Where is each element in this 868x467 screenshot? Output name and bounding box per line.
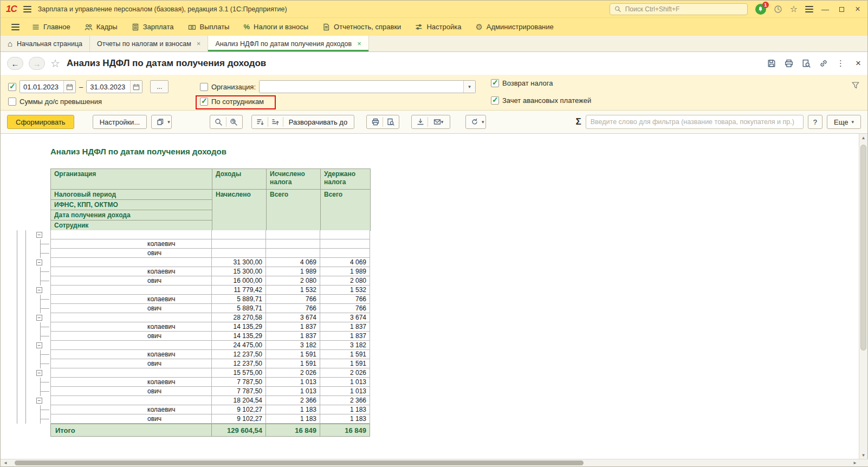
- menu-item-zarplata[interactable]: Зарплата: [125, 18, 181, 36]
- calculated-tax-cell[interactable]: [266, 239, 320, 249]
- employee-name-cell[interactable]: ович: [50, 249, 212, 258]
- income-cell[interactable]: 12 237,50: [212, 350, 266, 359]
- total-withheld-cell[interactable]: 16 849: [320, 424, 370, 437]
- employee-name-cell[interactable]: [50, 396, 212, 405]
- income-cell[interactable]: 11 779,42: [212, 286, 266, 295]
- collapse-groups-button[interactable]: [253, 115, 268, 128]
- income-cell[interactable]: 9 102,27: [212, 405, 266, 414]
- header-calculated-tax[interactable]: Исчислено налога: [267, 169, 321, 190]
- withheld-tax-cell[interactable]: 1 013: [320, 378, 370, 387]
- menu-item-nastroyka[interactable]: Настройка: [408, 18, 468, 36]
- header-income-sub[interactable]: Начислено: [212, 190, 267, 231]
- calculated-tax-cell[interactable]: 1 837: [266, 322, 320, 332]
- income-cell[interactable]: 31 300,00: [212, 258, 266, 267]
- total-label-cell[interactable]: Итого: [50, 424, 212, 437]
- header-employee[interactable]: Сотрудник: [51, 220, 212, 231]
- calculated-tax-cell[interactable]: 2 080: [266, 276, 320, 286]
- employee-name-cell[interactable]: ович: [50, 276, 212, 286]
- withheld-tax-cell[interactable]: 1 989: [320, 267, 370, 276]
- withheld-tax-cell[interactable]: 4 069: [320, 258, 370, 267]
- calculated-tax-cell[interactable]: 1 013: [266, 378, 320, 387]
- calculated-tax-cell[interactable]: 3 674: [266, 313, 320, 322]
- more-actions-icon[interactable]: ⋮: [837, 59, 845, 68]
- header-income-date[interactable]: Дата получения дохода: [51, 210, 212, 220]
- withheld-tax-cell[interactable]: 1 183: [320, 414, 370, 424]
- menu-item-kadry[interactable]: Кадры: [77, 18, 125, 36]
- close-window-button[interactable]: ×: [853, 5, 862, 14]
- calculated-tax-cell[interactable]: 1 837: [266, 332, 320, 341]
- notifications-button[interactable]: 1: [755, 4, 766, 15]
- global-search[interactable]: [610, 3, 748, 15]
- withheld-tax-cell[interactable]: 766: [320, 295, 370, 304]
- employee-name-cell[interactable]: колаевич: [50, 322, 212, 332]
- calculated-tax-cell[interactable]: 1 532: [266, 286, 320, 295]
- organization-checkbox[interactable]: [200, 83, 208, 91]
- collapse-toggle-icon[interactable]: −: [36, 232, 42, 238]
- calculated-tax-cell[interactable]: 2 366: [266, 396, 320, 405]
- link-icon[interactable]: [819, 59, 828, 68]
- main-menu-icon[interactable]: [6, 24, 25, 30]
- help-button[interactable]: ?: [808, 115, 822, 129]
- income-cell[interactable]: 24 475,00: [212, 341, 266, 350]
- refresh-split-button[interactable]: ▾: [465, 115, 486, 129]
- employee-name-cell[interactable]: ович: [50, 304, 212, 313]
- income-cell[interactable]: 18 204,54: [212, 396, 266, 405]
- employee-name-cell[interactable]: колаевич: [50, 350, 212, 359]
- employee-name-cell[interactable]: [50, 258, 212, 267]
- employee-name-cell[interactable]: [50, 313, 212, 322]
- sums-checkbox[interactable]: [8, 98, 16, 106]
- income-cell[interactable]: [212, 249, 266, 258]
- income-cell[interactable]: 9 102,27: [212, 414, 266, 424]
- withheld-tax-cell[interactable]: 1 591: [320, 350, 370, 359]
- save-report-button[interactable]: [413, 115, 427, 128]
- expand-groups-button[interactable]: [268, 115, 283, 128]
- employee-name-cell[interactable]: [50, 341, 212, 350]
- withheld-tax-cell[interactable]: 1 591: [320, 359, 370, 368]
- autosum-icon[interactable]: Σ: [576, 116, 581, 127]
- tab-close-icon[interactable]: ×: [197, 40, 201, 48]
- horizontal-scrollbar[interactable]: ◄ ►: [1, 459, 868, 466]
- employee-name-cell[interactable]: [50, 286, 212, 295]
- calculated-tax-cell[interactable]: 1 989: [266, 267, 320, 276]
- favorites-icon[interactable]: ☆: [790, 5, 798, 14]
- income-cell[interactable]: [212, 239, 266, 249]
- by-employees-checkbox[interactable]: [200, 98, 208, 106]
- income-cell[interactable]: 14 135,29: [212, 322, 266, 332]
- income-cell[interactable]: 5 889,71: [212, 304, 266, 313]
- scroll-up-icon[interactable]: ▲: [859, 134, 867, 142]
- advance-checkbox[interactable]: [491, 96, 499, 105]
- header-organization[interactable]: Организация: [51, 169, 212, 190]
- collapse-toggle-icon[interactable]: −: [36, 342, 42, 348]
- collapse-toggle-icon[interactable]: −: [36, 287, 42, 293]
- minimize-button[interactable]: —: [821, 5, 830, 13]
- withheld-tax-cell[interactable]: 2 080: [320, 276, 370, 286]
- employee-name-cell[interactable]: колаевич: [50, 378, 212, 387]
- employee-name-cell[interactable]: ович: [50, 332, 212, 341]
- tab-close-icon[interactable]: ×: [357, 40, 361, 48]
- header-income[interactable]: Доходы: [212, 169, 267, 190]
- global-search-input[interactable]: [624, 5, 743, 14]
- service-menu-icon[interactable]: [805, 6, 813, 12]
- employee-name-cell[interactable]: колаевич: [50, 267, 212, 276]
- withheld-tax-cell[interactable]: 3 182: [320, 341, 370, 350]
- calculated-tax-cell[interactable]: [266, 230, 320, 239]
- menu-item-nalogi[interactable]: % Налоги и взносы: [236, 18, 315, 36]
- tab-reports-taxes[interactable]: Отчеты по налогам и взносам ×: [90, 36, 208, 51]
- send-email-button[interactable]: ▾: [428, 115, 449, 128]
- income-cell[interactable]: [212, 230, 266, 239]
- calculated-tax-cell[interactable]: 4 069: [266, 258, 320, 267]
- vertical-scroll-thumb[interactable]: [860, 145, 866, 351]
- menu-item-vyplaty[interactable]: Выплаты: [181, 18, 237, 36]
- total-calculated-cell[interactable]: 16 849: [266, 424, 320, 437]
- print-preview-icon[interactable]: [802, 59, 811, 68]
- employee-name-cell[interactable]: колаевич: [50, 239, 212, 249]
- collapse-toggle-icon[interactable]: −: [36, 315, 42, 321]
- preview-report-button[interactable]: [383, 115, 398, 128]
- calculated-tax-cell[interactable]: 766: [266, 304, 320, 313]
- withheld-tax-cell[interactable]: [320, 249, 370, 258]
- withheld-tax-cell[interactable]: 2 026: [320, 368, 370, 378]
- employee-name-cell[interactable]: колаевич: [50, 295, 212, 304]
- employee-name-cell[interactable]: [50, 230, 212, 239]
- collapse-toggle-icon[interactable]: −: [36, 370, 42, 376]
- maximize-button[interactable]: [837, 5, 846, 13]
